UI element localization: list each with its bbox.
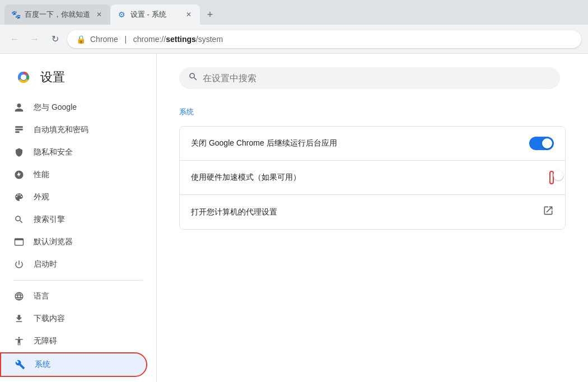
url-text: chrome:// (133, 35, 166, 44)
sidebar: 设置 您与 Google 自动填充和密码 隐私和安全 (0, 54, 157, 382)
appearance-icon (13, 192, 25, 203)
main-content: 系统 关闭 Google Chrome 后继续运行后台应用 使用硬件加速模式（如… (157, 54, 588, 382)
address-bar: ← → ↻ 🔒 Chrome | chrome://settings/syste… (0, 25, 588, 54)
settings-header: 设置 (0, 63, 156, 96)
chrome-label: Chrome (90, 35, 118, 44)
svg-rect-5 (15, 126, 23, 128)
reload-button[interactable]: ↻ (47, 31, 63, 47)
settings-card: 关闭 Google Chrome 后继续运行后台应用 使用硬件加速模式（如果可用… (179, 126, 566, 230)
sidebar-item-accessibility-label: 无障碍 (34, 336, 57, 346)
system-icon (15, 359, 26, 370)
hardware-accel-label: 使用硬件加速模式（如果可用） (191, 173, 301, 183)
sidebar-item-downloads[interactable]: 下载内容 (0, 308, 147, 330)
sidebar-divider (13, 280, 143, 281)
sidebar-item-privacy-label: 隐私和安全 (34, 147, 73, 157)
forward-button[interactable]: → (27, 31, 43, 47)
svg-point-4 (21, 74, 26, 80)
new-tab-button[interactable]: + (202, 7, 218, 22)
tab-bar: 🐾 百度一下，你就知道 ✕ ⚙ 设置 - 系统 ✕ + (0, 0, 588, 25)
settings-row-hardware-accel[interactable]: 使用硬件加速模式（如果可用） (180, 161, 565, 195)
sidebar-item-startup-label: 启动时 (34, 259, 57, 269)
sidebar-item-default-browser-label: 默认浏览器 (34, 237, 73, 247)
sidebar-item-google[interactable]: 您与 Google (0, 96, 147, 119)
startup-icon (13, 259, 25, 270)
privacy-icon (13, 147, 25, 158)
settings-favicon: ⚙ (117, 10, 126, 19)
sidebar-item-startup[interactable]: 启动时 (0, 253, 147, 276)
sidebar-item-privacy[interactable]: 隐私和安全 (0, 141, 147, 164)
sidebar-item-system-label: 系统 (35, 360, 50, 370)
search-icon (188, 72, 198, 85)
sidebar-item-downloads-label: 下载内容 (34, 314, 65, 324)
search-input[interactable] (203, 73, 551, 83)
search-engine-icon (13, 214, 25, 225)
sidebar-item-language[interactable]: 语言 (0, 285, 147, 308)
sidebar-item-default-browser[interactable]: 默认浏览器 (0, 231, 147, 253)
settings-page-title: 设置 (40, 69, 65, 86)
google-icon (13, 102, 25, 113)
hardware-accel-toggle-wrapper (549, 171, 554, 184)
settings-tab-close[interactable]: ✕ (184, 10, 193, 19)
sidebar-item-performance-label: 性能 (34, 170, 49, 180)
sidebar-item-language-label: 语言 (34, 291, 49, 301)
sidebar-item-performance[interactable]: 性能 (0, 164, 147, 186)
address-text: Chrome | chrome://settings/system (90, 35, 223, 44)
address-input[interactable]: 🔒 Chrome | chrome://settings/system (67, 30, 581, 48)
proxy-label: 打开您计算机的代理设置 (191, 207, 277, 217)
baidu-tab-title: 百度一下，你就知道 (25, 10, 90, 20)
downloads-icon (13, 313, 25, 324)
section-title: 系统 (179, 107, 566, 119)
accessibility-icon (13, 336, 25, 347)
chrome-logo-icon (13, 67, 34, 87)
back-button[interactable]: ← (7, 31, 22, 47)
settings-tab-title: 设置 - 系统 (130, 10, 180, 20)
background-run-slider (529, 137, 554, 150)
svg-rect-9 (15, 239, 24, 240)
background-run-label: 关闭 Google Chrome 后继续运行后台应用 (191, 138, 337, 148)
sidebar-item-reset[interactable]: 重置设置 (0, 377, 147, 382)
settings-row-proxy[interactable]: 打开您计算机的代理设置 (180, 195, 565, 229)
svg-rect-7 (15, 131, 20, 133)
external-link-icon[interactable] (543, 205, 554, 219)
autofill-icon (13, 124, 25, 136)
sidebar-item-google-label: 您与 Google (34, 103, 77, 113)
sidebar-item-search[interactable]: 搜索引擎 (0, 208, 147, 231)
settings-row-background-run[interactable]: 关闭 Google Chrome 后继续运行后台应用 (180, 127, 565, 161)
sidebar-item-autofill-label: 自动填充和密码 (34, 125, 88, 135)
sidebar-item-system[interactable]: 系统 (0, 352, 147, 377)
address-separator: | (120, 35, 131, 44)
tab-settings[interactable]: ⚙ 设置 - 系统 ✕ (110, 4, 200, 25)
sidebar-item-appearance[interactable]: 外观 (0, 186, 147, 208)
sidebar-item-autofill[interactable]: 自动填充和密码 (0, 119, 147, 141)
sidebar-item-accessibility[interactable]: 无障碍 (0, 330, 147, 352)
sidebar-item-appearance-label: 外观 (34, 192, 49, 202)
performance-icon (13, 169, 25, 180)
lock-icon: 🔒 (76, 35, 86, 44)
page-content: 设置 您与 Google 自动填充和密码 隐私和安全 (0, 54, 588, 382)
sidebar-item-search-label: 搜索引擎 (34, 215, 65, 225)
svg-rect-6 (15, 129, 23, 131)
baidu-favicon: 🐾 (11, 10, 20, 19)
tab-baidu[interactable]: 🐾 百度一下，你就知道 ✕ (4, 4, 110, 25)
default-browser-icon (13, 236, 25, 248)
baidu-tab-close[interactable]: ✕ (95, 10, 104, 19)
browser-frame: 🐾 百度一下，你就知道 ✕ ⚙ 设置 - 系统 ✕ + ← → ↻ 🔒 Chro… (0, 0, 588, 382)
language-icon (13, 291, 25, 302)
url-settings: settings (166, 35, 196, 44)
background-run-toggle[interactable] (529, 137, 554, 150)
url-path: /system (196, 35, 223, 44)
search-box[interactable] (179, 67, 560, 89)
